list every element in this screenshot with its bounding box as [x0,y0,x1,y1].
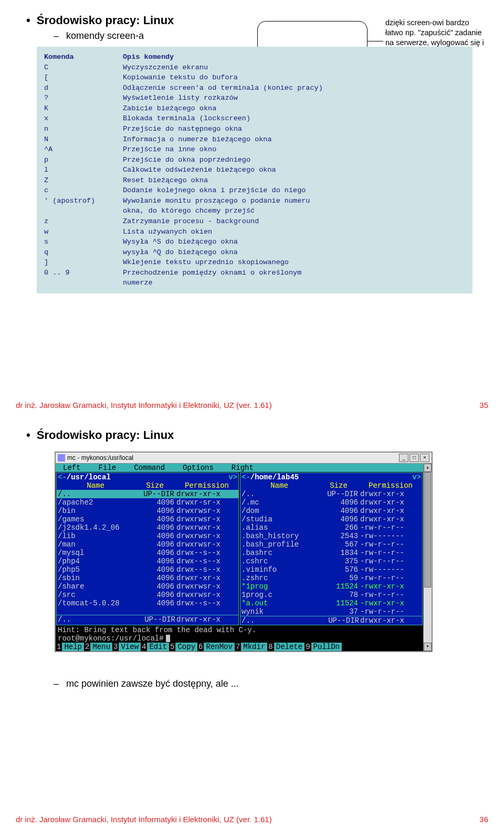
menu-command[interactable]: Command [134,464,165,472]
menu-file[interactable]: File [99,464,117,472]
table-row: zZatrzymanie procesu - background [44,216,465,227]
close-icon[interactable]: × [420,454,429,462]
list-item[interactable]: 1prog.c78-rw-r--r-- [240,591,422,599]
window-titlebar: mc - mykonos:/usr/local _ □ × [56,453,432,464]
scroll-thumb[interactable] [424,472,431,587]
footer-author: dr inż. Jarosław Gramacki, Instytut Info… [16,815,272,824]
scroll-up-icon[interactable]: ▴ [424,464,432,472]
mc-left-panel: <-/usr/local v> Name Size Permission /..… [56,473,239,625]
header-desc: Opis komendy [123,52,174,62]
left-path: <-/usr/local v> [57,473,238,481]
list-item[interactable]: .bash_profile567-rw-r--r-- [240,540,422,549]
slide-35: Środowisko pracy: Linux komendy screen-a… [0,0,504,415]
table-row: okna, do którego chcemy przejść [44,206,465,216]
mc-right-panel: <-/home/lab45 v> Name Size Permission /.… [240,473,423,625]
window-controls: _ □ × [399,454,429,462]
table-row: ]Wklejenie tekstu uprzednio skopiowanego [44,257,465,268]
footer-page-number: 36 [479,815,488,824]
list-item[interactable]: *1prog11524-rwxr-xr-x [240,582,422,591]
list-item[interactable]: .viminfo576-rw------- [240,565,422,574]
right-path: <-/home/lab45 v> [240,473,422,481]
mc-screenshot: mc - mykonos:/usr/local _ □ × Left File … [55,452,433,652]
bottom-note: mc powinien zawsze być dostępny, ale ... [54,678,488,689]
list-item[interactable]: .alias266-rw-r--r-- [240,523,422,532]
table-row: sWysyła ^S do bieżącego okna [44,237,465,247]
list-item[interactable]: /games4096drwxrwsr-x [57,515,238,523]
footer-page-number: 35 [479,401,488,410]
app-icon [58,454,65,461]
menu-options[interactable]: Options [183,464,214,472]
list-item[interactable]: /apache24096drwxr-sr-x [57,498,238,507]
list-item[interactable]: /studia4096drwxr-xr-x [240,515,422,523]
fkey-pulldn[interactable]: 9PullDn [304,643,342,651]
list-item[interactable]: /src4096drwxrwsr-x [57,591,238,599]
list-item[interactable]: /sbin4096drwxr-xr-x [57,574,238,582]
cursor-icon [166,635,170,642]
list-item[interactable]: /man4096drwxrwsr-x [57,540,238,549]
list-item[interactable]: /..UP--DIRdrwxr-xr-x [57,490,238,498]
table-row: cDodanie kolejnego okna i przejście do n… [44,185,465,196]
list-item[interactable]: /..UP--DIRdrwxr-xr-x [240,490,422,498]
fkey-edit[interactable]: 4Edit [141,643,169,651]
list-item[interactable]: .cshrc375-rw-r--r-- [240,557,422,565]
list-item[interactable]: .zshrc59-rw-r--r-- [240,574,422,582]
table-row: numerze [44,278,465,288]
header-key: Komenda [44,52,123,62]
slide-title: Środowisko pracy: Linux [26,428,488,442]
list-item[interactable]: /.mc4096drwxr-xr-x [240,498,422,507]
menu-left[interactable]: Left [63,464,81,472]
table-row: xBlokada terminala (lockscreen) [44,113,465,124]
mc-menubar: Left File Command Options Right [56,464,423,472]
table-row: ?Wyświetlenie listy rozkazów [44,93,465,103]
list-item[interactable]: /lib4096drwxrwsr-x [57,532,238,540]
list-item[interactable]: /php54096drwx--s--x [57,565,238,574]
maximize-icon[interactable]: □ [410,454,419,462]
list-item[interactable]: *a.out11524-rwxr-xr-x [240,599,422,607]
list-item[interactable]: /tomcat-5.0.284096drwx--s--x [57,599,238,607]
list-item[interactable]: .bash_history2543-rw------- [240,532,422,540]
fkey-renmov[interactable]: 6RenMov [197,643,235,651]
fkey-copy[interactable]: 5Copy [169,643,197,651]
left-headers: Name Size Permission [57,481,238,490]
mc-function-keys: 1Help2Menu3View4Edit5Copy6RenMov7Mkdir8D… [56,643,423,651]
fkey-view[interactable]: 3View [112,643,141,651]
scroll-down-icon[interactable]: ▾ [424,643,432,651]
table-row: CWyczyszczenie ekranu [44,62,465,73]
table-header: Komenda Opis komendy [44,52,465,62]
window-title: mc - mykonos:/usr/local [67,454,133,461]
slide-36: Środowisko pracy: Linux mc - mykonos:/us… [0,415,504,829]
list-item[interactable]: /dom4096drwxr-xr-x [240,507,422,515]
slide-footer: dr inż. Jarosław Gramacki, Instytut Info… [16,815,488,824]
fkey-delete[interactable]: 8Delete [267,643,304,651]
table-row: ZReset bieżącego okna [44,175,465,186]
left-footer-row: /.. UP--DIR drwxr-xr-x [57,615,238,624]
mc-hint-line: Hint: Bring text back from the dead with… [56,626,423,634]
table-row: nPrzejście do następnego okna [44,124,465,134]
table-row: ' (apostrof)Wywołanie monitu proszącego … [44,196,465,206]
list-item[interactable]: /mysql4096drwx--s--x [57,549,238,557]
mc-prompt-line[interactable]: root@mykonos:/usr/local# [56,634,423,643]
table-row: qwysyła ^Q do bieżącego okna [44,247,465,258]
footer-author: dr inż. Jarosław Gramacki, Instytut Info… [16,401,272,410]
table-row: KZabicie bieżącego okna [44,103,465,114]
list-item[interactable]: wynik37-rw-r--r-- [240,607,422,616]
table-row: 0 .. 9Przechodzenie pomiędzy oknami o ok… [44,268,465,278]
fkey-help[interactable]: 1Help [56,643,84,651]
screen-commands-table: Komenda Opis komendy CWyczyszczenie ekra… [37,47,472,293]
list-item[interactable]: /j2sdk1.4.2_064096drwxrwxr-x [57,523,238,532]
fkey-menu[interactable]: 2Menu [84,643,112,651]
list-item[interactable]: /bin4096drwxrwsr-x [57,507,238,515]
list-item[interactable]: /share4096drwxrwsr-x [57,582,238,591]
list-item[interactable]: /php44096drwx--s--x [57,557,238,565]
slide-footer: dr inż. Jarosław Gramacki, Instytut Info… [16,401,488,410]
table-row: NInformacja o numerze bieżącego okna [44,134,465,145]
minimize-icon[interactable]: _ [399,454,408,462]
menu-right[interactable]: Right [232,464,254,472]
right-headers: Name Size Permission [240,481,422,490]
table-row: pPrzejście do okna poprzedniego [44,155,465,165]
table-row: [Kopiowanie tekstu do bufora [44,72,465,83]
list-item[interactable]: .bashrc1834-rw-r--r-- [240,549,422,557]
fkey-mkdir[interactable]: 7Mkdir [235,643,267,651]
vertical-scrollbar[interactable]: ▴ ▾ [423,464,432,651]
table-row: wLista używanych okien [44,227,465,237]
